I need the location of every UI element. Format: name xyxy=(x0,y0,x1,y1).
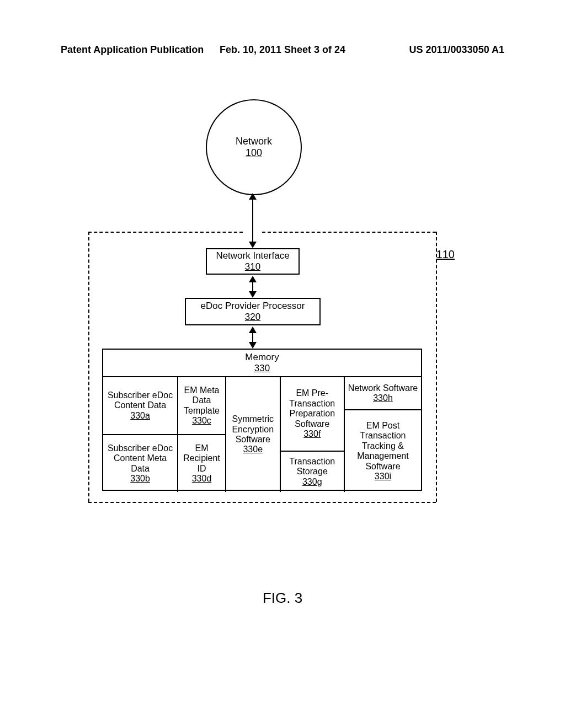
cell-label: EM Meta Data Template xyxy=(180,386,223,416)
cell-ref: 330b xyxy=(130,474,150,484)
network-ref: 100 xyxy=(246,147,262,159)
cell-330f: EM Pre-Transaction Preparation Software … xyxy=(281,377,344,451)
cell-label: Network Software xyxy=(348,383,418,393)
figure-diagram: Network 100 110 Network Interface 310 eD… xyxy=(0,0,565,728)
cell-330g: Transaction Storage 330g xyxy=(281,451,344,492)
dashed-border-left xyxy=(88,232,89,502)
cell-ref: 330a xyxy=(130,411,150,421)
dashed-border-top-right xyxy=(262,232,436,233)
connector-line xyxy=(252,199,253,243)
memory-label: Memory xyxy=(245,352,279,363)
cell-label: Subscriber eDoc Content Data xyxy=(105,390,175,411)
connector-line xyxy=(252,332,253,343)
cell-ref: 330d xyxy=(192,474,212,484)
cell-label: Transaction Storage xyxy=(283,457,342,477)
memory-header: Memory 330 xyxy=(103,350,421,377)
cell-330h: Network Software 330h xyxy=(345,377,421,409)
cell-330b: Subscriber eDoc Content Meta Data 330b xyxy=(103,434,177,492)
page: Patent Application Publication Feb. 10, … xyxy=(0,0,565,728)
dashed-border-right xyxy=(436,232,437,502)
cell-ref: 330e xyxy=(243,445,263,454)
arrow-down-icon xyxy=(249,242,257,248)
cell-label: EM Pre-Transaction Preparation Software xyxy=(283,388,342,429)
container-ref: 110 xyxy=(436,248,455,261)
cell-330a: Subscriber eDoc Content Data 330a xyxy=(103,377,177,434)
cell-330c: EM Meta Data Template 330c xyxy=(178,377,225,434)
memory-ref: 330 xyxy=(254,363,270,374)
arrow-down-icon xyxy=(249,342,257,349)
network-label: Network xyxy=(236,136,272,147)
cell-ref: 330h xyxy=(373,393,393,403)
network-node: Network 100 xyxy=(206,99,302,195)
arrow-down-icon xyxy=(249,291,257,298)
memory-col-5: Network Software 330h EM Post Transactio… xyxy=(345,377,421,492)
cell-label: Subscriber eDoc Content Meta Data xyxy=(105,443,175,474)
network-interface-label: Network Interface xyxy=(216,250,289,261)
processor-ref: 320 xyxy=(245,312,260,323)
cell-330e: Symmetric Encryption Software 330e xyxy=(226,377,280,492)
memory-col-2: EM Meta Data Template 330c EM Recipient … xyxy=(178,377,226,492)
memory-col-3: Symmetric Encryption Software 330e xyxy=(226,377,281,492)
figure-caption: FIG. 3 xyxy=(0,590,565,607)
cell-label: Symmetric Encryption Software xyxy=(228,414,278,445)
cell-label: EM Post Transaction Tracking & Managemen… xyxy=(347,421,419,472)
dashed-border-bottom xyxy=(88,502,436,503)
processor-label: eDoc Provider Processor xyxy=(201,301,305,312)
cell-label: EM Recipient ID xyxy=(180,443,223,474)
cell-ref: 330f xyxy=(303,429,321,439)
processor-box: eDoc Provider Processor 320 xyxy=(185,298,321,325)
memory-col-4: EM Pre-Transaction Preparation Software … xyxy=(281,377,345,492)
cell-ref: 330c xyxy=(192,416,211,426)
connector-line xyxy=(252,281,253,292)
network-interface-box: Network Interface 310 xyxy=(206,248,300,275)
dashed-border-top-left xyxy=(88,232,243,233)
network-interface-ref: 310 xyxy=(245,261,260,272)
cell-ref: 330g xyxy=(302,477,322,487)
memory-body: Subscriber eDoc Content Data 330a Subscr… xyxy=(103,377,421,492)
cell-ref: 330i xyxy=(375,472,391,481)
cell-330d: EM Recipient ID 330d xyxy=(178,434,225,492)
memory-col-1: Subscriber eDoc Content Data 330a Subscr… xyxy=(103,377,178,492)
memory-box: Memory 330 Subscriber eDoc Content Data … xyxy=(102,349,422,491)
cell-330i: EM Post Transaction Tracking & Managemen… xyxy=(345,409,421,492)
